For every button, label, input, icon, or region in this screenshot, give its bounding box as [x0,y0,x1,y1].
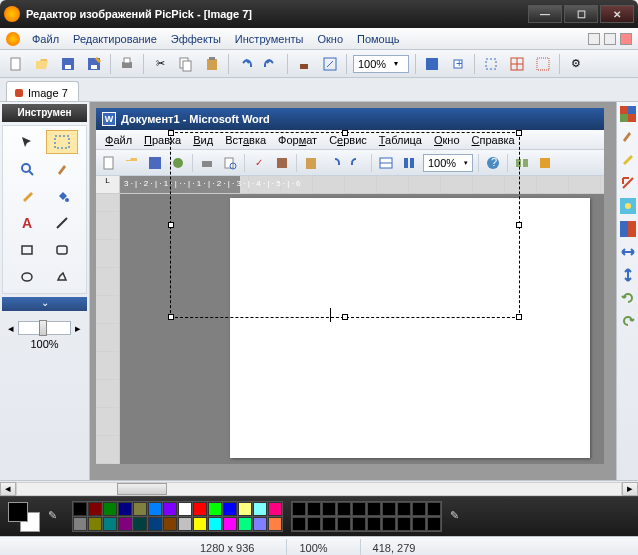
custom-swatch[interactable] [397,517,411,531]
paste-button[interactable] [202,54,222,74]
swatch[interactable] [178,502,192,516]
swatch[interactable] [253,517,267,531]
custom-swatch[interactable] [352,517,366,531]
emb-menu-format[interactable]: Формат [273,133,322,147]
stamp-button[interactable] [294,54,314,74]
eyedropper-left-icon[interactable]: ✎ [48,509,64,525]
saveas-button[interactable] [84,54,104,74]
polygon-tool[interactable] [46,265,78,289]
print-button[interactable] [117,54,137,74]
resize-button[interactable] [320,54,340,74]
menu-edit[interactable]: Редактирование [67,31,163,47]
open-button[interactable] [32,54,52,74]
emb-save-icon[interactable] [146,154,164,172]
rp-contrast-icon[interactable] [620,221,636,237]
roundrect-tool[interactable] [46,238,78,262]
custom-swatch[interactable] [322,502,336,516]
swatch[interactable] [103,517,117,531]
canvas-area[interactable]: W Документ1 - Microsoft Word Файл Правка… [90,102,616,480]
text-tool[interactable]: A [11,211,43,235]
custom-swatch[interactable] [352,502,366,516]
grid-button[interactable] [507,54,527,74]
copy-button[interactable] [176,54,196,74]
swatch[interactable] [133,502,147,516]
menu-window[interactable]: Окно [311,31,349,47]
swatch[interactable] [73,517,87,531]
redo-button[interactable] [261,54,281,74]
rect-tool[interactable] [11,238,43,262]
tab-image7[interactable]: Image 7 [6,81,79,101]
scroll-left-button[interactable]: ◂ [0,482,16,496]
emb-columns-icon[interactable] [400,154,418,172]
fg-bg-swatch[interactable] [8,502,40,532]
swatch[interactable] [133,517,147,531]
emb-zoom-input[interactable]: ▾ [423,154,473,172]
size-increase[interactable]: ▸ [73,322,83,335]
custom-swatch[interactable] [367,502,381,516]
swatch[interactable] [208,502,222,516]
rp-arrow-tl-icon[interactable] [620,175,636,191]
menu-help[interactable]: Помощь [351,31,406,47]
swatch[interactable] [163,502,177,516]
zoom-tool[interactable] [11,157,43,181]
swatch[interactable] [103,502,117,516]
rp-rotate-ccw-icon[interactable] [620,313,636,329]
swatch[interactable] [148,502,162,516]
scroll-right-button[interactable]: ▸ [622,482,638,496]
line-tool[interactable] [46,211,78,235]
eyedropper-icon[interactable]: ✎ [450,509,466,525]
rp-brush-icon[interactable] [620,129,636,145]
custom-swatch[interactable] [427,502,441,516]
swatch[interactable] [193,502,207,516]
emb-menu-file[interactable]: Файл [100,133,137,147]
custom-swatch[interactable] [337,502,351,516]
swatch[interactable] [223,502,237,516]
custom-swatch[interactable] [397,502,411,516]
rp-rotate-cw-icon[interactable] [620,290,636,306]
settings-button[interactable]: ⚙ [566,54,586,74]
custom-swatch[interactable] [412,502,426,516]
emb-taskpane-icon[interactable] [536,154,554,172]
brush-tool[interactable] [46,157,78,181]
fg-color[interactable] [8,502,28,522]
emb-menu-table[interactable]: Таблица [374,133,427,147]
rp-flip-v-icon[interactable] [620,267,636,283]
custom-swatch[interactable] [307,517,321,531]
emb-menu-service[interactable]: Сервис [324,133,372,147]
swatch[interactable] [208,517,222,531]
swatch[interactable] [88,517,102,531]
emb-paste-icon[interactable] [302,154,320,172]
custom-swatch[interactable] [367,517,381,531]
emb-help-icon[interactable]: ? [484,154,502,172]
swatch[interactable] [118,502,132,516]
rp-flip-h-icon[interactable] [620,244,636,260]
actual-size-button[interactable]: + [448,54,468,74]
minimize-button[interactable]: — [528,5,562,23]
emb-open-icon[interactable] [123,154,141,172]
save-button[interactable] [58,54,78,74]
swatch[interactable] [118,517,132,531]
emb-menu-edit[interactable]: Правка [139,133,186,147]
cut-button[interactable]: ✂ [150,54,170,74]
swatch[interactable] [223,517,237,531]
menu-effects[interactable]: Эффекты [165,31,227,47]
swatch[interactable] [163,517,177,531]
custom-swatch[interactable] [382,502,396,516]
ruler-ticks-h[interactable]: 3 · | · 2 · | · 1 · | · · | · 1 · | · 2 … [120,176,604,193]
emb-undo-icon[interactable] [325,154,343,172]
mdi-restore-icon[interactable] [604,33,616,45]
emb-redo-icon[interactable] [348,154,366,172]
embedded-ruler-vertical[interactable] [96,194,120,464]
swatch[interactable] [268,502,282,516]
swatch[interactable] [73,502,87,516]
select-tool[interactable] [46,130,78,154]
swatch[interactable] [88,502,102,516]
menu-file[interactable]: Файл [26,31,65,47]
emb-print-icon[interactable] [198,154,216,172]
size-track[interactable] [18,321,71,335]
custom-swatch[interactable] [412,517,426,531]
swatch[interactable] [178,517,192,531]
menu-tools[interactable]: Инструменты [229,31,310,47]
rp-color-icon[interactable] [620,106,636,122]
fill-tool[interactable] [46,184,78,208]
